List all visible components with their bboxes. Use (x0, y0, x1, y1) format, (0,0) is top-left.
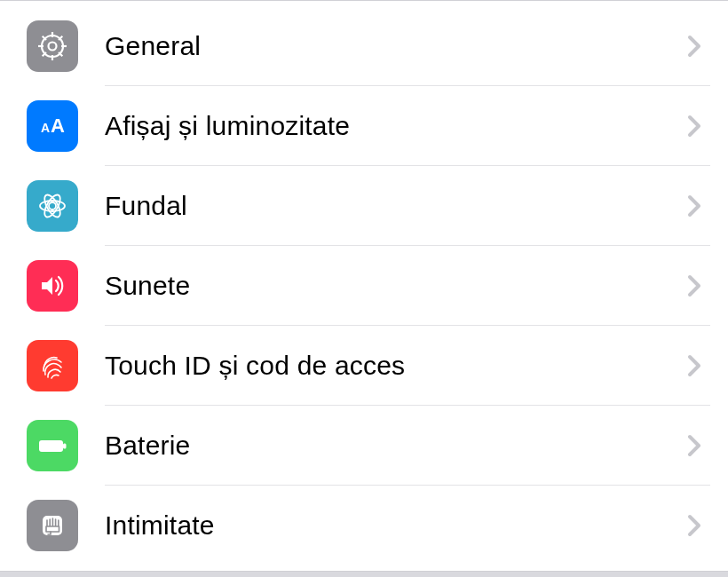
settings-item-battery[interactable]: Baterie (0, 406, 728, 486)
svg-line-6 (43, 36, 46, 40)
sounds-icon (27, 260, 78, 312)
row-body: General (105, 6, 710, 86)
svg-line-9 (59, 36, 62, 40)
chevron-right-icon (687, 354, 701, 377)
row-body: Fundal (105, 166, 710, 246)
settings-item-label: Afișaj și luminozitate (105, 111, 350, 141)
fingerprint-icon (27, 340, 78, 391)
settings-item-label: Baterie (105, 431, 190, 461)
settings-item-general[interactable]: General (0, 6, 728, 86)
svg-line-7 (59, 52, 62, 56)
chevron-right-icon (687, 434, 701, 457)
row-body: Intimitate (105, 486, 710, 565)
settings-item-label: Touch ID și cod de acces (105, 351, 405, 381)
wallpaper-icon (27, 180, 78, 232)
privacy-icon (27, 500, 78, 551)
settings-item-privacy[interactable]: Intimitate (0, 486, 728, 565)
chevron-right-icon (687, 35, 701, 58)
svg-point-12 (49, 202, 56, 209)
display-icon: A A (27, 100, 78, 152)
settings-item-sounds[interactable]: Sunete (0, 246, 728, 326)
battery-icon (27, 420, 78, 471)
svg-rect-17 (63, 444, 67, 449)
settings-item-touchid[interactable]: Touch ID și cod de acces (0, 326, 728, 406)
row-body: Sunete (105, 246, 710, 326)
settings-item-label: General (105, 31, 201, 61)
gear-icon (27, 20, 78, 72)
svg-text:A: A (51, 115, 65, 137)
row-body: Touch ID și cod de acces (105, 326, 710, 406)
chevron-right-icon (687, 274, 701, 297)
chevron-right-icon (687, 514, 701, 537)
svg-rect-16 (39, 440, 63, 452)
svg-point-1 (49, 43, 57, 51)
settings-item-label: Intimitate (105, 510, 215, 541)
svg-line-8 (43, 52, 46, 56)
svg-text:A: A (41, 121, 50, 135)
row-body: Baterie (105, 406, 710, 486)
chevron-right-icon (687, 115, 701, 138)
settings-item-wallpaper[interactable]: Fundal (0, 166, 728, 246)
chevron-right-icon (687, 194, 701, 217)
row-body: Afișaj și luminozitate (105, 86, 710, 166)
settings-list: General A A Afișaj și luminozitate (0, 0, 728, 572)
settings-item-label: Fundal (105, 191, 187, 221)
settings-item-display[interactable]: A A Afișaj și luminozitate (0, 86, 728, 166)
settings-item-label: Sunete (105, 271, 190, 301)
